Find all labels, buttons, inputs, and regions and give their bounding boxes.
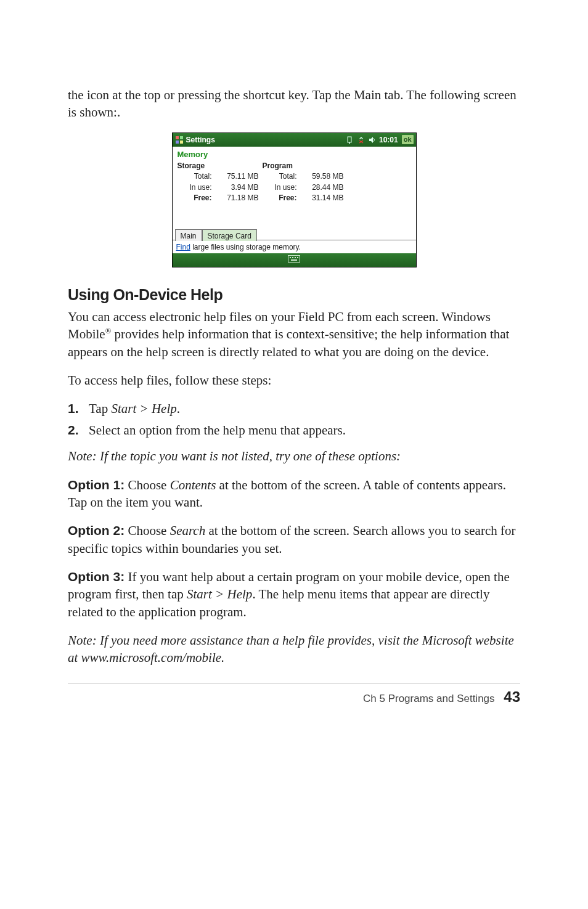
start-icon[interactable] — [175, 136, 184, 144]
storage-total-value: 75.11 MB — [216, 171, 259, 181]
step-2: 2. Select an option from the help menu t… — [68, 422, 520, 439]
storage-inuse-label: In use: — [178, 182, 212, 192]
footer-page-number: 43 — [504, 688, 520, 705]
memory-grid: Storage Program Total: 75.11 MB Total: 5… — [173, 161, 416, 204]
program-inuse-label: In use: — [263, 182, 297, 192]
tab-strip: Main Storage Card — [173, 229, 416, 240]
find-link[interactable]: Find — [176, 243, 190, 251]
svg-rect-13 — [297, 257, 298, 258]
svg-rect-1 — [180, 136, 183, 139]
svg-rect-12 — [295, 257, 296, 258]
storage-inuse-value: 3.94 MB — [216, 182, 259, 192]
storage-total-label: Total: — [178, 171, 212, 181]
section-heading: Using On-Device Help — [68, 285, 520, 306]
storage-header: Storage — [178, 161, 212, 171]
memory-heading: Memory — [173, 147, 416, 161]
find-row: Find large files using storage memory. — [173, 240, 416, 253]
svg-rect-3 — [180, 141, 183, 144]
step-1: 1. Tap Start > Help. — [68, 400, 520, 417]
svg-rect-4 — [348, 137, 351, 142]
page-footer: Ch 5 Programs and Settings 43 — [68, 687, 520, 707]
program-free-label: Free: — [263, 193, 297, 203]
memory-settings-screenshot: Settings 10:01 ok Memory Storage Program… — [172, 132, 417, 268]
tab-main[interactable]: Main — [175, 229, 202, 241]
ok-button[interactable]: ok — [402, 135, 414, 144]
svg-rect-2 — [176, 141, 179, 144]
help-para-2: To access help files, follow these steps… — [68, 372, 520, 389]
svg-marker-8 — [369, 137, 373, 143]
svg-rect-10 — [290, 257, 291, 258]
intro-paragraph: the icon at the top or pressing the shor… — [68, 86, 520, 121]
svg-rect-5 — [349, 142, 350, 144]
note-2: Note: If you need more assistance than a… — [68, 632, 520, 667]
program-total-value: 59.58 MB — [301, 171, 344, 181]
program-inuse-value: 28.44 MB — [301, 182, 344, 192]
keyboard-icon[interactable] — [288, 255, 300, 265]
storage-free-value: 71.18 MB — [216, 193, 259, 203]
steps-list: 1. Tap Start > Help. 2. Select an option… — [68, 400, 520, 439]
svg-rect-14 — [291, 259, 297, 261]
option-2: Option 2: Choose Search at the bottom of… — [68, 522, 520, 557]
tab-storage-card[interactable]: Storage Card — [202, 229, 257, 241]
svg-rect-0 — [176, 136, 179, 139]
clock-time[interactable]: 10:01 — [379, 135, 398, 145]
step-2-number: 2. — [68, 422, 89, 439]
titlebar: Settings 10:01 ok — [173, 133, 416, 147]
program-header: Program — [263, 161, 297, 171]
option-1: Option 1: Choose Contents at the bottom … — [68, 476, 520, 512]
step-1-number: 1. — [68, 400, 89, 417]
help-para-1: You can access electronic help files on … — [68, 308, 520, 361]
footer-chapter: Ch 5 Programs and Settings — [363, 693, 495, 704]
program-free-value: 31.14 MB — [301, 193, 344, 203]
note-1: Note: If the topic you want is not liste… — [68, 447, 520, 465]
program-total-label: Total: — [263, 171, 297, 181]
storage-free-label: Free: — [178, 193, 212, 203]
volume-icon[interactable] — [368, 136, 377, 144]
signal-icon[interactable] — [357, 136, 365, 144]
find-rest: large files using storage memory. — [190, 243, 301, 251]
sip-bar — [173, 253, 416, 267]
svg-rect-9 — [288, 256, 300, 263]
connectivity-icon[interactable] — [346, 136, 354, 144]
footer-rule — [68, 683, 520, 683]
svg-rect-11 — [292, 257, 293, 258]
title-text: Settings — [186, 135, 215, 145]
option-3: Option 3: If you want help about a certa… — [68, 568, 520, 621]
